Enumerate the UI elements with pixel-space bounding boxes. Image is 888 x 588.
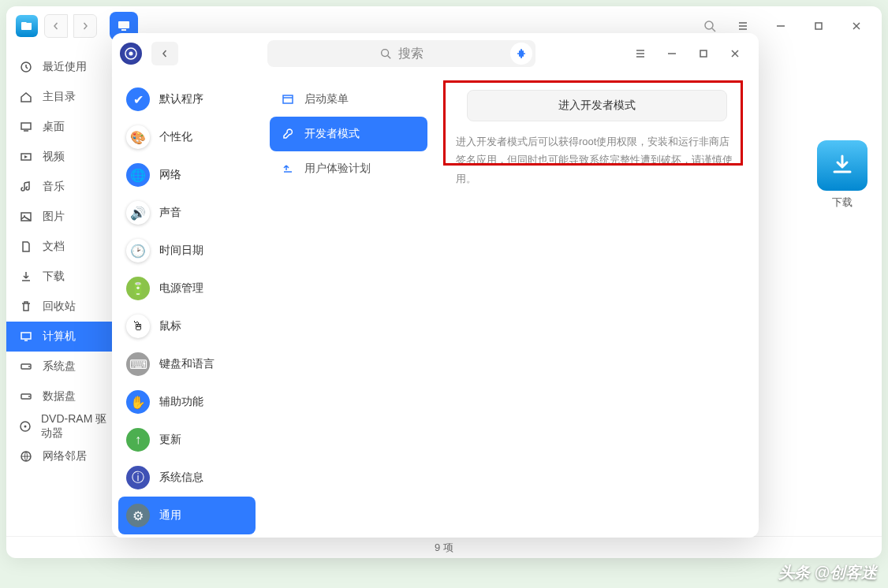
- fm-minimize-button[interactable]: [765, 13, 797, 39]
- category-label: 键盘和语言: [159, 357, 215, 371]
- category-item[interactable]: ⓘ系统信息: [118, 459, 256, 497]
- category-label: 网络: [159, 168, 181, 182]
- fm-sidebar-item-home[interactable]: 主目录: [6, 82, 125, 112]
- settings-menu-button[interactable]: [625, 41, 656, 66]
- fm-sidebar-label: 桌面: [43, 120, 65, 134]
- fm-sidebar-label: 音乐: [43, 180, 65, 194]
- fm-sidebar-item-music[interactable]: 音乐: [6, 172, 125, 202]
- fm-sidebar-label: 回收站: [43, 300, 76, 314]
- sub-item-label: 启动菜单: [304, 92, 349, 106]
- download-icon: [19, 270, 33, 284]
- fm-sidebar-item-disk[interactable]: 数据盘: [6, 381, 125, 411]
- voice-input-button[interactable]: [510, 43, 532, 65]
- sub-item[interactable]: 用户体验计划: [270, 151, 427, 186]
- category-item[interactable]: ⌨键盘和语言: [118, 345, 256, 383]
- settings-close-button[interactable]: [719, 41, 751, 66]
- category-icon: ⌨: [126, 352, 150, 376]
- fm-sidebar-item-disc[interactable]: DVD-RAM 驱动器: [6, 411, 125, 441]
- category-item[interactable]: 🖱鼠标: [118, 307, 256, 345]
- category-icon: 🖱: [126, 314, 150, 338]
- fm-sidebar-item-document[interactable]: 文档: [6, 232, 125, 262]
- category-item[interactable]: 🎨个性化: [118, 118, 256, 156]
- category-item[interactable]: ↑更新: [118, 421, 256, 459]
- fm-sidebar-label: 网络邻居: [43, 449, 87, 463]
- svg-rect-42: [283, 95, 293, 103]
- category-item[interactable]: 🔊声音: [118, 194, 256, 232]
- category-icon: ⓘ: [126, 466, 150, 489]
- watermark-text: 头条 @创客迷: [778, 562, 877, 583]
- svg-point-22: [28, 396, 30, 397]
- category-item[interactable]: 🔋电源管理: [118, 270, 256, 307]
- category-icon: ⚙: [126, 504, 150, 527]
- fm-close-button[interactable]: [841, 13, 872, 39]
- fm-sidebar-label: 图片: [43, 210, 65, 224]
- trash-icon: [19, 300, 33, 314]
- category-label: 通用: [159, 508, 181, 523]
- fm-sidebar-item-download[interactable]: 下载: [6, 262, 125, 292]
- computer-icon: [19, 329, 33, 344]
- detail-pane: 进入开发者模式 进入开发者模式后可以获得root使用权限，安装和运行非商店签名应…: [435, 74, 759, 538]
- svg-rect-1: [121, 29, 126, 31]
- fm-sidebar-item-disk[interactable]: 系统盘: [6, 352, 125, 381]
- settings-minimize-button[interactable]: [656, 41, 688, 66]
- video-icon: [19, 150, 33, 164]
- network-icon: [19, 449, 33, 463]
- disk-icon: [19, 389, 33, 404]
- category-icon: 🎨: [126, 125, 150, 149]
- settings-window: 搜索 ✔默认程序🎨个性化🌐网络🔊声音🕑时间日期🔋电源管理🖱鼠标⌨键盘和语言✋辅助…: [112, 33, 759, 538]
- svg-line-3: [712, 28, 715, 32]
- settings-maximize-button[interactable]: [688, 41, 719, 66]
- svg-line-29: [388, 56, 391, 59]
- category-label: 系统信息: [159, 471, 203, 485]
- download-folder-label[interactable]: 下载: [817, 195, 867, 210]
- fm-sidebar-item-clock[interactable]: 最近使用: [6, 52, 125, 82]
- category-item[interactable]: ✔默认程序: [118, 80, 256, 118]
- music-icon: [19, 180, 33, 194]
- disk-icon: [19, 359, 33, 374]
- sub-item[interactable]: 开发者模式: [270, 117, 427, 151]
- fm-sidebar-item-trash[interactable]: 回收站: [6, 292, 125, 322]
- fm-sidebar-label: 系统盘: [43, 359, 76, 374]
- fm-sidebar-item-video[interactable]: 视频: [6, 142, 125, 172]
- fm-sidebar-item-network[interactable]: 网络邻居: [6, 441, 125, 471]
- category-item[interactable]: 🌐网络: [118, 156, 256, 194]
- category-label: 时间日期: [159, 244, 203, 258]
- sub-item[interactable]: 启动菜单: [270, 82, 427, 117]
- sub-item-label: 用户体验计划: [304, 162, 371, 176]
- svg-rect-12: [21, 123, 31, 129]
- fm-statusbar: 9 项: [6, 536, 882, 558]
- disc-icon: [19, 419, 32, 434]
- document-icon: [19, 240, 33, 254]
- fm-sidebar-label: 数据盘: [43, 389, 76, 404]
- clock-icon: [19, 60, 33, 74]
- fm-sidebar-label: 视频: [43, 150, 65, 164]
- fm-sidebar: 最近使用主目录桌面视频音乐图片文档下载回收站计算机系统盘数据盘DVD-RAM 驱…: [6, 46, 125, 536]
- developer-mode-description: 进入开发者模式后可以获得root使用权限，安装和运行非商店签名应用，但同时也可能…: [451, 132, 743, 188]
- settings-app-icon: [120, 43, 142, 65]
- subcategory-sidebar: 启动菜单开发者模式用户体验计划: [262, 74, 435, 538]
- settings-search-input[interactable]: 搜索: [267, 40, 535, 67]
- category-item[interactable]: ⚙通用: [118, 497, 256, 534]
- category-icon: ↑: [126, 428, 150, 452]
- category-label: 声音: [159, 206, 181, 220]
- category-icon: 🌐: [126, 163, 150, 187]
- svg-rect-0: [118, 21, 129, 28]
- category-sidebar: ✔默认程序🎨个性化🌐网络🔊声音🕑时间日期🔋电源管理🖱鼠标⌨键盘和语言✋辅助功能↑…: [112, 74, 262, 538]
- fm-sidebar-item-desktop[interactable]: 桌面: [6, 112, 125, 142]
- fm-sidebar-item-computer[interactable]: 计算机: [6, 322, 125, 352]
- download-folder-icon[interactable]: [817, 140, 867, 191]
- settings-back-button[interactable]: [151, 42, 178, 65]
- fm-sidebar-label: DVD-RAM 驱动器: [41, 412, 112, 441]
- fm-sidebar-label: 文档: [43, 240, 65, 254]
- fm-sidebar-label: 下载: [43, 270, 65, 284]
- nav-back-button[interactable]: [44, 14, 68, 38]
- category-item[interactable]: 🕑时间日期: [118, 232, 256, 270]
- category-label: 电源管理: [159, 281, 203, 296]
- fm-maximize-button[interactable]: [803, 13, 834, 39]
- settings-titlebar: 搜索: [112, 33, 759, 74]
- category-item[interactable]: ✋辅助功能: [118, 383, 256, 421]
- nav-forward-button[interactable]: [73, 14, 97, 38]
- enter-developer-mode-button[interactable]: 进入开发者模式: [467, 90, 727, 121]
- fm-sidebar-item-picture[interactable]: 图片: [6, 202, 125, 232]
- svg-rect-17: [21, 333, 31, 339]
